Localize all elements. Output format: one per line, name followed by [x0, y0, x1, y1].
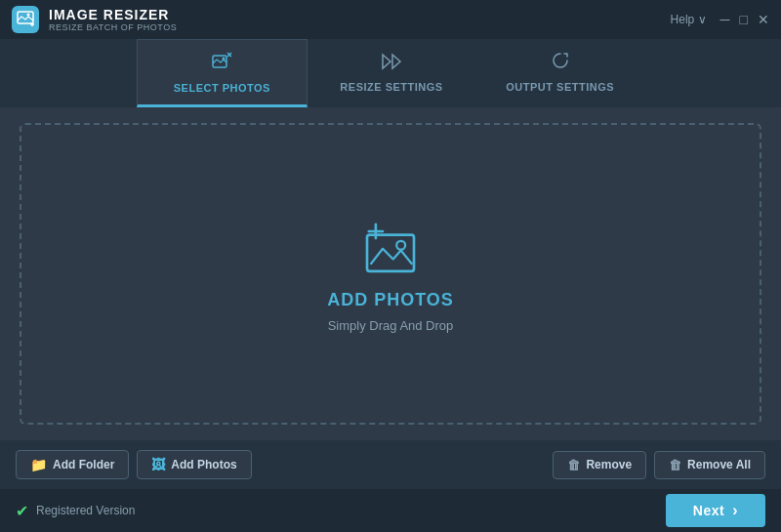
title-bar-right: Help ∨ ─ □ ✕ — [671, 13, 769, 26]
remove-button[interactable]: 🗑 Remove — [553, 451, 646, 479]
window-controls: ─ □ ✕ — [720, 13, 769, 26]
add-photos-icon — [351, 216, 430, 278]
tab-resize-settings-label: RESIZE SETTINGS — [340, 81, 442, 93]
title-text-block: IMAGE RESIZER RESIZE BATCH OF PHOTOS — [49, 7, 177, 32]
app-subtitle: RESIZE BATCH OF PHOTOS — [49, 22, 177, 32]
svg-point-3 — [223, 57, 226, 60]
svg-marker-5 — [392, 55, 400, 68]
bottom-toolbar: 📁 Add Folder 🖼 Add Photos 🗑 Remove 🗑 Rem… — [0, 440, 781, 489]
next-button[interactable]: Next › — [666, 494, 765, 527]
svg-point-1 — [27, 14, 30, 17]
tab-output-settings-label: OUTPUT SETTINGS — [506, 81, 614, 93]
remove-all-icon: 🗑 — [669, 458, 681, 472]
tab-resize-settings[interactable]: RESIZE SETTINGS — [308, 39, 476, 107]
status-left: ✔ Registered Version — [16, 502, 135, 520]
remove-all-label: Remove All — [687, 458, 751, 471]
drop-zone-subtitle: Simply Drag And Drop — [328, 318, 454, 333]
resize-settings-icon — [381, 51, 402, 77]
remove-icon: 🗑 — [567, 458, 580, 472]
drop-zone-title: ADD PHOTOS — [327, 290, 454, 310]
status-bar: ✔ Registered Version Next › — [0, 489, 781, 532]
tab-select-photos[interactable]: SELECT PHOTOS — [137, 39, 308, 107]
svg-point-9 — [396, 240, 405, 249]
minimize-button[interactable]: ─ — [720, 13, 730, 26]
drop-zone[interactable]: ADD PHOTOS Simply Drag And Drop — [20, 123, 761, 425]
add-photos-button[interactable]: 🖼 Add Photos — [137, 450, 251, 479]
close-button[interactable]: ✕ — [758, 13, 769, 26]
app-title: IMAGE RESIZER — [49, 7, 177, 22]
remove-label: Remove — [586, 458, 632, 471]
title-bar-left: IMAGE RESIZER RESIZE BATCH OF PHOTOS — [12, 6, 177, 33]
btn-group-left: 📁 Add Folder 🖼 Add Photos — [16, 450, 252, 479]
add-photos-label: Add Photos — [171, 458, 236, 471]
select-photos-icon — [211, 52, 232, 78]
add-folder-label: Add Folder — [53, 458, 114, 471]
tabs-bar: SELECT PHOTOS RESIZE SETTINGS OUTPUT SET… — [0, 39, 781, 107]
next-label: Next — [693, 503, 724, 518]
tab-output-settings[interactable]: OUTPUT SETTINGS — [475, 39, 644, 107]
status-text: Registered Version — [36, 504, 135, 517]
app-icon — [12, 6, 39, 33]
maximize-button[interactable]: □ — [740, 13, 748, 26]
output-settings-icon — [550, 51, 571, 77]
tab-select-photos-label: SELECT PHOTOS — [174, 82, 270, 94]
title-bar: IMAGE RESIZER RESIZE BATCH OF PHOTOS Hel… — [0, 0, 781, 39]
svg-rect-8 — [367, 234, 414, 270]
folder-icon: 📁 — [30, 457, 47, 472]
next-arrow-icon: › — [732, 502, 738, 519]
add-folder-button[interactable]: 📁 Add Folder — [16, 450, 129, 479]
registered-check-icon: ✔ — [16, 502, 28, 520]
photo-icon: 🖼 — [151, 457, 165, 472]
remove-all-button[interactable]: 🗑 Remove All — [654, 451, 765, 479]
svg-marker-4 — [383, 55, 390, 68]
btn-group-right: 🗑 Remove 🗑 Remove All — [553, 451, 765, 479]
main-content: ADD PHOTOS Simply Drag And Drop — [0, 107, 781, 440]
help-button[interactable]: Help ∨ — [671, 13, 707, 26]
